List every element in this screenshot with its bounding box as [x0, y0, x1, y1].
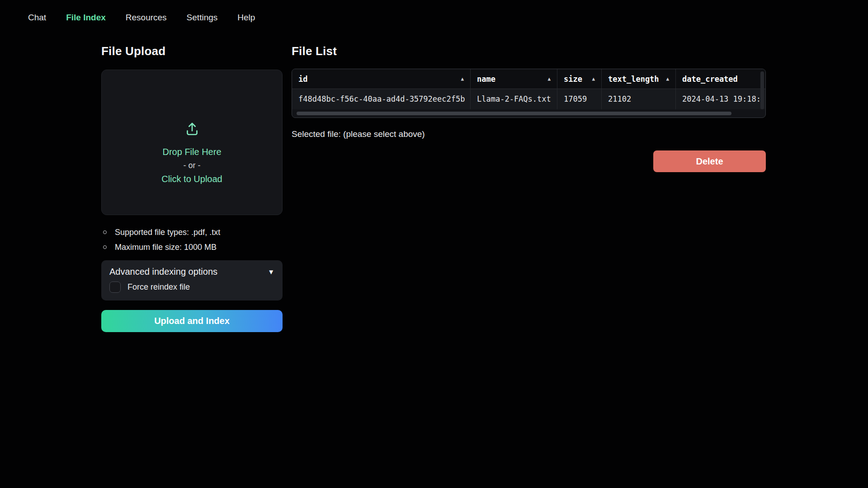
column-header-size[interactable]: size ▲	[557, 69, 602, 89]
advanced-options-title: Advanced indexing options	[109, 267, 217, 277]
upload-and-index-button[interactable]: Upload and Index	[101, 310, 283, 332]
delete-button[interactable]: Delete	[653, 150, 766, 172]
column-header-id[interactable]: id ▲	[292, 69, 471, 89]
horizontal-scrollbar[interactable]	[297, 112, 731, 115]
tab-chat[interactable]: Chat	[28, 10, 46, 25]
advanced-options-header[interactable]: Advanced indexing options ▼	[109, 267, 274, 277]
main-nav: Chat File Index Resources Settings Help	[28, 10, 255, 25]
column-header-text-length[interactable]: text_length ▲	[602, 69, 676, 89]
column-label: name	[477, 69, 495, 89]
note-text: Supported file types: .pdf, .txt	[115, 228, 220, 237]
tab-help[interactable]: Help	[237, 10, 255, 25]
note-text: Maximum file size: 1000 MB	[115, 243, 217, 252]
chevron-down-icon[interactable]: ▼	[268, 268, 274, 276]
column-label: date_created	[682, 69, 738, 89]
tab-resources[interactable]: Resources	[126, 10, 167, 25]
sort-asc-icon[interactable]: ▲	[547, 69, 551, 89]
file-dropzone[interactable]: Drop File Here - or - Click to Upload	[101, 70, 283, 215]
file-list-title: File List	[292, 44, 337, 58]
click-to-upload-link[interactable]: Click to Upload	[161, 172, 222, 186]
table-row[interactable]: f48d48bc-f56c-40aa-ad4d-35792eec2f5b Lla…	[292, 89, 766, 109]
cell-id[interactable]: f48d48bc-f56c-40aa-ad4d-35792eec2f5b	[292, 89, 471, 109]
file-table: id ▲ name ▲ size ▲ text_length ▲ date_cr…	[292, 69, 766, 118]
table-header-row: id ▲ name ▲ size ▲ text_length ▲ date_cr…	[292, 69, 766, 89]
cell-text-length[interactable]: 21102	[602, 89, 676, 109]
column-header-name[interactable]: name ▲	[471, 69, 557, 89]
tab-settings[interactable]: Settings	[187, 10, 218, 25]
sort-asc-icon[interactable]: ▲	[461, 69, 464, 89]
circle-bullet-icon	[103, 230, 107, 234]
sort-asc-icon[interactable]: ▲	[592, 69, 595, 89]
column-header-date-created[interactable]: date_created ▲	[676, 69, 766, 89]
file-upload-title: File Upload	[101, 44, 165, 58]
column-label: size	[564, 69, 582, 89]
force-reindex-checkbox[interactable]	[109, 282, 121, 293]
advanced-options-panel: Advanced indexing options ▼ Force reinde…	[101, 260, 283, 300]
force-reindex-label: Force reindex file	[127, 282, 190, 292]
sort-asc-icon[interactable]: ▲	[666, 69, 669, 89]
cell-date-created[interactable]: 2024-04-13 19:18:	[676, 89, 766, 109]
cell-size[interactable]: 17059	[557, 89, 602, 109]
cell-name[interactable]: Llama-2-FAQs.txt	[471, 89, 557, 109]
note-max-size: Maximum file size: 1000 MB	[103, 240, 284, 255]
column-label: id	[298, 69, 307, 89]
selected-file-status: Selected file: (please select above)	[292, 129, 425, 139]
force-reindex-row[interactable]: Force reindex file	[109, 282, 274, 293]
circle-bullet-icon	[103, 245, 107, 249]
upload-icon	[184, 121, 200, 139]
column-label: text_length	[608, 69, 659, 89]
or-label: - or -	[184, 159, 201, 172]
tab-file-index[interactable]: File Index	[66, 10, 106, 25]
note-supported-types: Supported file types: .pdf, .txt	[103, 225, 284, 240]
upload-notes: Supported file types: .pdf, .txt Maximum…	[103, 225, 284, 255]
drop-file-label: Drop File Here	[162, 145, 221, 159]
vertical-scrollbar[interactable]	[760, 71, 764, 109]
